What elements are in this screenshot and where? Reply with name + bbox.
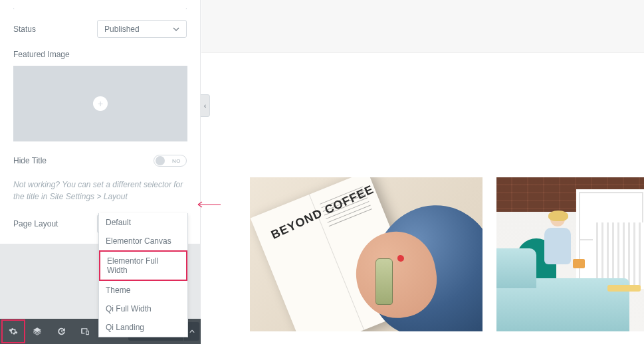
featured-image-label: Featured Image bbox=[13, 50, 187, 59]
editor-canvas[interactable]: BEYOND COFFEE bbox=[201, 0, 644, 344]
navigator-button[interactable] bbox=[25, 319, 49, 343]
plus-icon: + bbox=[93, 96, 108, 111]
responsive-icon bbox=[80, 327, 90, 336]
caret-down-icon bbox=[173, 26, 179, 33]
history-icon bbox=[56, 327, 66, 336]
page-layout-option[interactable]: Default bbox=[99, 213, 187, 232]
canvas-top-strip bbox=[201, 0, 644, 53]
status-select[interactable]: Published bbox=[97, 20, 187, 38]
chevron-left-icon: ‹ bbox=[204, 102, 207, 110]
toggle-value: NO bbox=[172, 158, 181, 164]
hide-title-note: Not working? You can set a different sel… bbox=[13, 179, 187, 203]
status-value: Published bbox=[104, 25, 140, 34]
page-layout-option[interactable]: Qi Full Width bbox=[99, 300, 187, 318]
featured-image-upload[interactable]: + bbox=[13, 66, 187, 141]
page-layout-option[interactable]: Theme bbox=[99, 281, 187, 300]
hide-title-label: Hide Title bbox=[13, 156, 47, 165]
hide-title-toggle[interactable]: NO bbox=[154, 155, 187, 167]
page-layout-dropdown: Default Elementor Canvas Elementor Full … bbox=[98, 213, 188, 337]
canvas-image-2[interactable] bbox=[496, 177, 644, 331]
gear-icon bbox=[9, 327, 18, 336]
annotation-arrow-icon bbox=[193, 199, 222, 210]
canvas-image-1[interactable]: BEYOND COFFEE bbox=[250, 177, 483, 331]
caret-up-icon bbox=[189, 329, 195, 334]
status-label: Status bbox=[13, 25, 36, 34]
responsive-button[interactable] bbox=[73, 319, 97, 343]
page-layout-option[interactable]: Elementor Canvas bbox=[99, 232, 187, 250]
status-row: Status Published bbox=[13, 20, 187, 38]
layers-icon bbox=[33, 327, 42, 336]
hide-title-row: Hide Title NO bbox=[13, 155, 187, 167]
history-button[interactable] bbox=[49, 319, 73, 343]
page-layout-label: Page Layout bbox=[13, 219, 58, 228]
page-layout-option[interactable]: Elementor Full Width bbox=[99, 250, 187, 281]
panel-collapse-handle[interactable]: ‹ bbox=[201, 94, 210, 117]
page-layout-option[interactable]: Qi Landing bbox=[99, 318, 187, 337]
settings-button[interactable] bbox=[1, 319, 25, 343]
